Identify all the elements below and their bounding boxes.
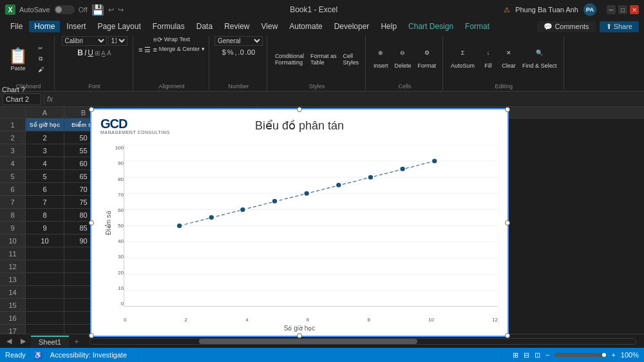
align-right-icon[interactable]: ≡	[153, 46, 156, 54]
cell-r13-c0[interactable]	[26, 273, 64, 286]
cell-r4-c0[interactable]: 4	[26, 157, 64, 170]
share-button[interactable]: ⬆ Share	[600, 21, 639, 32]
cut-button[interactable]: ✂	[31, 44, 50, 53]
zoom-in-icon[interactable]: +	[611, 351, 615, 359]
cell-r1-c0[interactable]: Số giờ học	[26, 119, 64, 131]
handle-tl[interactable]	[89, 107, 94, 112]
cell-r8-c0[interactable]: 8	[26, 209, 64, 222]
formula-divider	[44, 94, 44, 104]
handle-mr[interactable]	[505, 220, 510, 225]
conditional-formatting-button[interactable]: ConditionalFormatting	[272, 52, 307, 67]
autosave-toggle[interactable]	[54, 5, 75, 14]
autosum-button[interactable]: ΣAutoSum	[448, 48, 477, 70]
cell-styles-button[interactable]: CellStyles	[340, 52, 361, 67]
find-select-button[interactable]: 🔍Find & Select	[520, 48, 560, 70]
menu-automate[interactable]: Automate	[284, 21, 327, 32]
user-avatar[interactable]: PA	[583, 3, 596, 16]
align-left-icon[interactable]: ≡	[138, 46, 142, 54]
minimize-button[interactable]: ─	[607, 5, 616, 14]
underline-button[interactable]: U	[88, 48, 93, 57]
fill-color-icon[interactable]: A̲	[101, 50, 106, 57]
add-sheet-button[interactable]: +	[70, 336, 83, 347]
chart-logo-sub: MANAGEMENT CONSULTING	[100, 130, 170, 135]
wrap-text-icon[interactable]: ≡⟳	[153, 36, 162, 43]
currency-icon[interactable]: $	[222, 48, 226, 56]
page-layout-icon[interactable]: ⊟	[524, 351, 529, 359]
cell-r3-c0[interactable]: 3	[26, 144, 64, 157]
menu-view[interactable]: View	[256, 21, 283, 32]
cell-r5-c0[interactable]: 5	[26, 170, 64, 183]
handle-bl[interactable]	[89, 333, 94, 338]
comma-icon[interactable]: ,	[235, 48, 237, 56]
comments-button[interactable]: 💬 Comments	[537, 21, 595, 32]
cell-r7-c0[interactable]: 7	[26, 196, 64, 209]
zoom-thumb[interactable]	[602, 353, 606, 357]
zoom-slider[interactable]	[554, 353, 606, 357]
handle-br[interactable]	[505, 333, 510, 338]
horizontal-scrollbar[interactable]	[90, 338, 636, 345]
font-color-icon[interactable]: A	[107, 50, 111, 57]
menu-home[interactable]: Home	[29, 21, 60, 32]
handle-tr[interactable]	[505, 107, 510, 112]
restore-button[interactable]: □	[618, 5, 627, 14]
handle-ml[interactable]	[89, 220, 94, 225]
menu-page-layout[interactable]: Page Layout	[92, 21, 146, 32]
clear-button[interactable]: ✕Clear	[499, 48, 518, 70]
increase-decimal-icon[interactable]: .00	[245, 48, 255, 56]
menu-file[interactable]: File	[5, 21, 28, 32]
menu-format[interactable]: Format	[460, 21, 495, 32]
format-painter-button[interactable]: 🖌	[31, 65, 50, 74]
number-format-select[interactable]: General	[214, 36, 263, 46]
border-icon[interactable]: ⊞	[95, 50, 100, 57]
cell-r11-c0[interactable]	[26, 247, 64, 260]
insert-cells-button[interactable]: ⊕Insert	[371, 48, 391, 70]
cell-r9-c0[interactable]: 9	[26, 222, 64, 234]
handle-tm[interactable]	[297, 107, 302, 112]
scrollbar-thumb[interactable]	[199, 339, 417, 344]
delete-cells-button[interactable]: ⊖Delete	[392, 48, 413, 70]
menu-data[interactable]: Data	[191, 21, 218, 32]
nav-next-sheet[interactable]: ▶	[17, 336, 30, 347]
italic-button[interactable]: I	[84, 48, 86, 57]
page-break-icon[interactable]: ⊡	[535, 351, 540, 359]
cell-r6-c0[interactable]: 6	[26, 183, 64, 196]
nav-prev-sheet[interactable]: ◀	[3, 336, 15, 347]
decrease-decimal-icon[interactable]: .0	[238, 48, 244, 56]
bold-button[interactable]: B	[77, 48, 83, 57]
menu-insert[interactable]: Insert	[61, 21, 91, 32]
menu-chart-design[interactable]: Chart Design	[403, 21, 459, 32]
handle-bm[interactable]	[297, 333, 302, 338]
copy-button[interactable]: ⧉	[31, 54, 50, 64]
merge-center-label[interactable]: Merge & Center ▾	[159, 46, 205, 54]
cell-r15-c0[interactable]	[26, 299, 64, 312]
cell-r16-c0[interactable]	[26, 312, 64, 325]
cell-r2-c0[interactable]: 2	[26, 131, 64, 144]
sheet-tab-sheet1[interactable]: Sheet1	[31, 336, 69, 347]
zoom-out-icon[interactable]: −	[545, 351, 549, 359]
menu-help[interactable]: Help	[375, 21, 402, 32]
fill-button[interactable]: ↓Fill	[478, 48, 498, 70]
undo-icon[interactable]: ↩	[108, 6, 114, 14]
menu-formulas[interactable]: Formulas	[147, 21, 190, 32]
menu-developer[interactable]: Developer	[329, 21, 375, 32]
name-box[interactable]: Chart 2	[3, 93, 41, 105]
chart-container[interactable]: GCD MANAGEMENT CONSULTING Biểu đồ phân t…	[90, 108, 509, 337]
font-size-select[interactable]: 11	[108, 36, 128, 46]
formula-input[interactable]	[55, 93, 641, 105]
font-family-select[interactable]: Calibri	[62, 36, 107, 46]
format-cells-button[interactable]: ⚙Format	[415, 48, 439, 70]
cell-r12-c0[interactable]	[26, 260, 64, 273]
ribbon-group-number: General $ % , .0 .00 Number	[211, 36, 267, 90]
close-button[interactable]: ✕	[630, 5, 639, 14]
paste-button[interactable]: 📋 Paste	[6, 44, 30, 75]
align-center-icon[interactable]: ☰	[144, 46, 151, 54]
redo-icon[interactable]: ↪	[118, 6, 124, 14]
row-num-10: 10	[0, 234, 25, 247]
cell-r10-c0[interactable]: 10	[26, 234, 64, 247]
cell-r14-c0[interactable]	[26, 286, 64, 299]
save-icon[interactable]: 💾	[91, 4, 104, 16]
menu-review[interactable]: Review	[219, 21, 254, 32]
normal-view-icon[interactable]: ⊞	[513, 351, 518, 359]
percent-icon[interactable]: %	[227, 48, 234, 56]
format-as-table-button[interactable]: Format asTable	[308, 52, 339, 67]
